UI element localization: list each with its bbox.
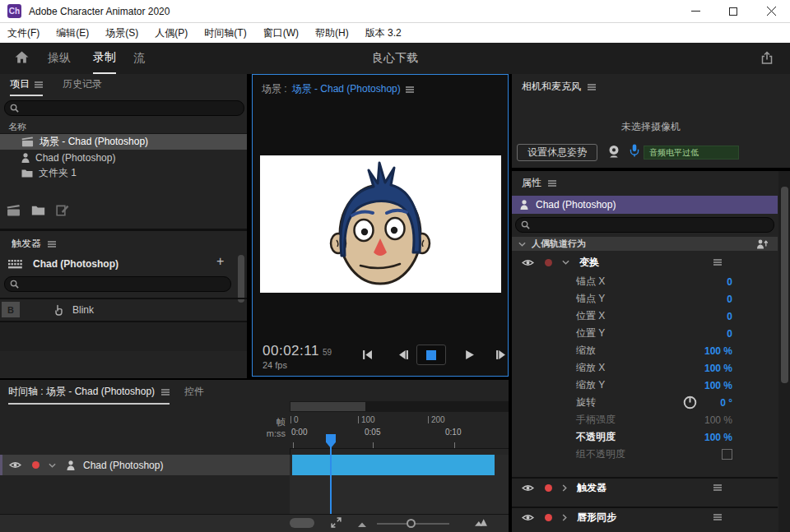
- next-frame-button[interactable]: [495, 349, 506, 360]
- panel-menu-icon[interactable]: [588, 84, 596, 90]
- go-to-start-button[interactable]: [362, 349, 373, 360]
- transform-group-row[interactable]: 变换: [512, 253, 778, 271]
- timeline-horizontal-scrollbar[interactable]: [290, 518, 314, 528]
- fit-to-view-icon[interactable]: [331, 517, 342, 528]
- property-value[interactable]: 0: [727, 328, 732, 340]
- menu-version[interactable]: 版本 3.2: [357, 26, 410, 40]
- properties-search[interactable]: [515, 217, 774, 233]
- minimize-button[interactable]: [676, 0, 714, 22]
- property-value[interactable]: 0: [727, 311, 732, 322]
- property-label: 缩放 X: [576, 361, 605, 375]
- menu-help[interactable]: 帮助(H): [307, 26, 357, 40]
- panel-menu-icon[interactable]: [161, 389, 170, 396]
- chevron-down-icon[interactable]: [562, 260, 569, 265]
- property-value[interactable]: 100 %: [704, 345, 732, 357]
- tab-timeline[interactable]: 时间轴 : 场景 - Chad (Photoshop): [8, 385, 170, 405]
- previous-frame-button[interactable]: [398, 349, 409, 360]
- chevron-right-icon[interactable]: [562, 484, 567, 492]
- zoom-slider-knob[interactable]: [407, 519, 416, 528]
- workspace-tab-record[interactable]: 录制: [93, 43, 116, 74]
- properties-scrollbar-thumb[interactable]: [781, 187, 788, 383]
- property-value[interactable]: 0: [727, 294, 732, 305]
- set-rest-pose-button[interactable]: 设置休息姿势: [517, 144, 597, 161]
- puppet-track-behaviors-section[interactable]: 人偶轨道行为: [512, 237, 778, 251]
- behavior-menu-icon[interactable]: [713, 259, 722, 266]
- app-title: Adobe Character Animator 2020: [29, 6, 170, 17]
- scene-canvas[interactable]: [260, 155, 501, 293]
- properties-search-input[interactable]: [534, 220, 769, 231]
- project-item-puppet[interactable]: Chad (Photoshop): [0, 150, 247, 165]
- tab-project[interactable]: 项目: [10, 77, 43, 96]
- property-value[interactable]: 100 %: [704, 380, 732, 391]
- panel-menu-icon[interactable]: [406, 86, 414, 93]
- behavior-menu-icon[interactable]: [713, 514, 722, 520]
- zoom-in-mountains-icon[interactable]: [474, 518, 488, 527]
- timeline-track-header[interactable]: Chad (Photoshop): [0, 455, 290, 475]
- new-folder-icon[interactable]: [31, 205, 45, 215]
- record-arm-dot[interactable]: [32, 461, 40, 469]
- menu-edit[interactable]: 编辑(E): [48, 26, 97, 40]
- new-scene-icon[interactable]: [7, 205, 21, 216]
- maximize-button[interactable]: [714, 0, 752, 22]
- menu-puppet[interactable]: 人偶(P): [146, 26, 196, 40]
- take-bar[interactable]: [292, 455, 495, 475]
- home-icon[interactable]: [15, 51, 29, 63]
- stop-button[interactable]: [416, 345, 446, 365]
- trigger-row-blink[interactable]: B Blink: [0, 299, 247, 320]
- menu-scene[interactable]: 场景(S): [97, 26, 146, 40]
- scene-title-name[interactable]: 场景 - Chad (Photoshop): [292, 82, 401, 96]
- triggers-search[interactable]: [4, 276, 231, 292]
- triggers-scrollbar[interactable]: [238, 255, 244, 303]
- play-button[interactable]: [464, 349, 475, 360]
- record-arm-dot[interactable]: [545, 484, 552, 492]
- menu-timeline[interactable]: 时间轴(T): [196, 26, 254, 40]
- zoom-out-mountain-icon[interactable]: [357, 521, 367, 528]
- menu-file[interactable]: 文件(F): [0, 26, 48, 40]
- chevron-right-icon[interactable]: [562, 514, 567, 521]
- export-share-icon[interactable]: [760, 51, 774, 65]
- timeline-top-scroll-thumb[interactable]: [290, 402, 365, 411]
- lipsync-group-row[interactable]: 唇形同步: [512, 507, 778, 526]
- name-column-header[interactable]: 名称: [0, 120, 247, 134]
- panel-menu-icon[interactable]: [35, 81, 43, 88]
- project-item-scene[interactable]: 场景 - Chad (Photoshop): [0, 134, 247, 150]
- eye-visibility-icon[interactable]: [522, 484, 534, 492]
- property-value[interactable]: 0 °: [720, 397, 732, 409]
- triggers-search-input[interactable]: [23, 279, 225, 290]
- eye-visibility-icon[interactable]: [522, 514, 534, 521]
- new-item-icon[interactable]: [56, 204, 69, 216]
- record-arm-dot[interactable]: [545, 259, 552, 266]
- trigger-key-badge[interactable]: B: [2, 302, 20, 317]
- section-label: 人偶轨道行为: [532, 238, 586, 250]
- record-arm-dot[interactable]: [545, 514, 552, 521]
- property-value[interactable]: 100 %: [704, 432, 732, 443]
- chevron-down-icon[interactable]: [49, 463, 56, 468]
- triggers-puppet-row[interactable]: Chad (Photoshop): [0, 253, 247, 275]
- properties-panel-header: 属性: [522, 176, 556, 190]
- tab-controls[interactable]: 控件: [184, 385, 204, 399]
- workspace-tab-rig[interactable]: 操纵: [48, 43, 71, 74]
- project-search-input[interactable]: [23, 103, 239, 114]
- eye-visibility-icon[interactable]: [9, 461, 21, 469]
- eye-visibility-icon[interactable]: [522, 259, 534, 266]
- panel-menu-icon[interactable]: [48, 241, 56, 247]
- project-search[interactable]: [4, 100, 244, 116]
- menu-window[interactable]: 窗口(W): [255, 26, 307, 40]
- tab-history[interactable]: 历史记录: [63, 77, 102, 91]
- behavior-menu-icon[interactable]: [713, 484, 722, 491]
- camera-mic-panel: 相机和麦克风 未选择摄像机 设置休息姿势 音频电平过低: [512, 74, 790, 168]
- project-item-folder[interactable]: 文件夹 1: [0, 165, 247, 181]
- panel-menu-icon[interactable]: [548, 180, 556, 187]
- selected-puppet-row[interactable]: Chad (Photoshop): [512, 196, 778, 214]
- workspace-tab-stream[interactable]: 流: [133, 43, 145, 74]
- timeline-ruler[interactable]: [290, 412, 509, 449]
- add-behavior-person-icon[interactable]: [757, 239, 768, 249]
- triggers-group-row[interactable]: 触发器: [512, 477, 778, 497]
- property-value[interactable]: 100 %: [704, 363, 732, 374]
- close-button[interactable]: [752, 0, 790, 22]
- webcam-icon[interactable]: [607, 145, 620, 158]
- property-value[interactable]: 0: [727, 276, 732, 288]
- add-trigger-button[interactable]: +: [216, 255, 224, 268]
- microphone-icon[interactable]: [630, 144, 639, 157]
- rotation-dial-icon[interactable]: [683, 396, 697, 409]
